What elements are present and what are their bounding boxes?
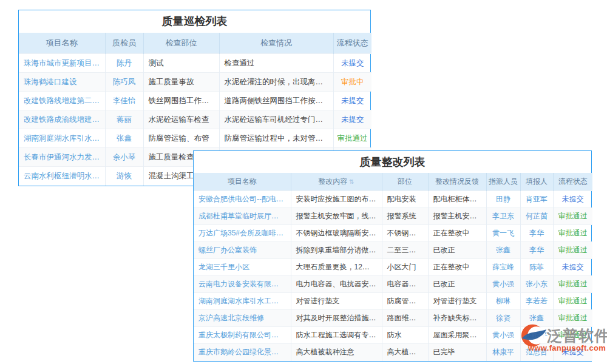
part-cell: 配电安装 <box>382 191 428 208</box>
content-cell: 电力电容器、电抗器安装方案,... <box>291 276 382 293</box>
project-link[interactable]: 云南水利枢纽潜明水库... <box>19 167 105 186</box>
reporter-link[interactable]: 何芷茵 <box>520 208 553 225</box>
inspector-link[interactable]: 余小琴 <box>105 148 143 167</box>
table-row: 螺丝厂办公室装饰 拆除到承重墙部分请做好加固... 二至三楼混... 已改正 张… <box>194 242 592 259</box>
content-cell: 报警主机安放牢固，线缆连接... <box>291 208 382 225</box>
assignee-link[interactable]: 柳琳 <box>486 293 520 310</box>
table-row: 珠海鹤港口建设 陈巧凤 施工质量事故 水泥砼灌注的时候，出现离析现象 审批中 <box>19 73 371 92</box>
content-cell: 安装时应按施工图的布置，将... <box>291 191 382 208</box>
column-header-content-label: 整改内容 <box>318 177 347 186</box>
column-header-content[interactable]: 整改内容⇅ <box>291 173 382 191</box>
situation-cell: 道路两侧铁丝网围挡工作按设计... <box>219 92 333 110</box>
project-link[interactable]: 湖南洞庭湖水库引水工程施工标 <box>194 293 291 310</box>
feedback-cell: 配电柜柜体与... <box>428 191 486 208</box>
project-link[interactable]: 重庆市鹅岭公园绿化景观提升... <box>194 344 291 361</box>
assignee-link[interactable]: 黄一飞 <box>486 225 520 242</box>
reporter-link[interactable]: 李华 <box>520 242 553 259</box>
reporter-link[interactable]: 李若若 <box>520 293 553 310</box>
project-link[interactable]: 成都杜甫草堂临时展厅独立展... <box>194 208 291 225</box>
table-row: 安徽合肥供电公司--配电设备... 安装时应按施工图的布置，将... 配电安装 … <box>194 191 592 208</box>
table-row: 湖南洞庭湖水库引水工... 张鑫 防腐管运输、布管 防腐管运输过程中，未对管进行… <box>19 129 371 148</box>
inspector-link[interactable]: 张鑫 <box>105 129 143 148</box>
watermark: 泛普软件 www.fanpusoft.com <box>521 322 607 352</box>
project-link[interactable]: 改建铁路线增建第二线... <box>19 92 105 110</box>
reporter-link[interactable]: 陈菲 <box>520 259 553 276</box>
column-header-status: 流程状态 <box>333 33 371 54</box>
column-header-part: 部位 <box>382 173 428 191</box>
feedback-cell: 正在整改中 <box>428 225 486 242</box>
project-link[interactable]: 珠海市城市更新项目紫... <box>19 54 105 73</box>
part-cell: 路面维修检... <box>382 310 428 327</box>
status-badge: 未提交 <box>553 259 592 276</box>
part-cell: 报警系统 <box>382 208 428 225</box>
watermark-url: www.fanpusoft.com <box>528 343 607 352</box>
feedback-cell: 补齐缺失标志... <box>428 310 486 327</box>
column-header-project: 项目名称 <box>194 173 291 191</box>
part-cell: 不锈钢安装... <box>382 225 428 242</box>
part-cell: 水泥砼运输车检查 <box>143 110 219 129</box>
project-link[interactable]: 重庆太极制药有限公司亳州中... <box>194 327 291 344</box>
status-badge: 未提交 <box>333 54 371 73</box>
part-cell: 二至三楼混... <box>382 242 428 259</box>
inspection-header-row: 项目名称 质检员 检查部位 检查情况 流程状态 <box>19 33 371 54</box>
feedback-cell: 已改正 <box>428 242 486 259</box>
inspector-link[interactable]: 游恢 <box>105 167 143 186</box>
content-cell: 高大植被栽种注意 <box>291 344 382 361</box>
rectification-header-row: 项目名称 整改内容⇅ 部位 整改情况反馈 指派人员 填报人 流程状态 <box>194 173 592 191</box>
column-header-project: 项目名称 <box>19 33 105 54</box>
table-row: 改建铁路线增建第二线... 李佳怡 铁丝网围挡工作检查 道路两侧铁丝网围挡工作按… <box>19 92 371 110</box>
inspector-link[interactable]: 陈巧凤 <box>105 73 143 92</box>
assignee-link[interactable]: 黄小强 <box>486 327 520 344</box>
project-link[interactable]: 改建铁路成渝线增建第... <box>19 110 105 129</box>
content-cell: 不锈钢边框玻璃隔断安装不牢... <box>291 225 382 242</box>
part-cell: 高大植被栽种 <box>382 344 428 361</box>
content-cell: 对管进行垫支 <box>291 293 382 310</box>
reporter-link[interactable]: 张小东 <box>520 276 553 293</box>
part-cell: 防水 <box>382 327 428 344</box>
project-link[interactable]: 云南电力设备安装有限公司20... <box>194 276 291 293</box>
project-link[interactable]: 湖南洞庭湖水库引水工... <box>19 129 105 148</box>
inspector-link[interactable]: 蒋丽 <box>105 110 143 129</box>
status-badge: 审批通过 <box>553 242 592 259</box>
assignee-link[interactable]: 林康平 <box>486 344 520 361</box>
assignee-link[interactable]: 张鑫 <box>486 242 520 259</box>
assignee-link[interactable]: 黄小强 <box>486 276 520 293</box>
feedback-cell: 已完毕 <box>428 344 486 361</box>
content-cell: 对其及时开展整治措施，桥头... <box>291 310 382 327</box>
situation-cell: 水泥砼运输车司机经过专门培训... <box>219 110 333 129</box>
table-row: 云南电力设备安装有限公司20... 电力电容器、电抗器安装方案,... 电容器安… <box>194 276 592 293</box>
project-link[interactable]: 长春市伊通河水力发电... <box>19 148 105 167</box>
status-badge: 审批通过 <box>553 276 592 293</box>
project-link[interactable]: 京沪高速北京段维修 <box>194 310 291 327</box>
feedback-cell: 报警主机安放... <box>428 208 486 225</box>
table-row: 龙湖三千里小区 大理石质量更换，12月31日之... 小区大门 正在整改中 薛宝… <box>194 259 592 276</box>
sort-icon[interactable]: ⇅ <box>349 178 354 185</box>
page: 质量巡检列表 项目名称 质检员 检查部位 检查情况 流程状态 珠海市城市更新项目… <box>0 0 607 364</box>
column-header-status: 流程状态 <box>553 173 592 191</box>
project-link[interactable]: 万达广场35#会所及咖啡厅空... <box>194 225 291 242</box>
inspection-table-title: 质量巡检列表 <box>19 10 370 33</box>
part-cell: 防腐管运输... <box>382 293 428 310</box>
feedback-cell: 对管进行垫支 <box>428 293 486 310</box>
part-cell: 电容器安装... <box>382 276 428 293</box>
column-header-inspector: 质检员 <box>105 33 143 54</box>
column-header-part: 检查部位 <box>143 33 219 54</box>
assignee-link[interactable]: 薛宝峰 <box>486 259 520 276</box>
table-row: 成都杜甫草堂临时展厅独立展... 报警主机安放牢固，线缆连接... 报警系统 报… <box>194 208 592 225</box>
feedback-cell: 屋面采用聚氨... <box>428 327 486 344</box>
project-link[interactable]: 螺丝厂办公室装饰 <box>194 242 291 259</box>
table-row: 万达广场35#会所及咖啡厅空... 不锈钢边框玻璃隔断安装不牢... 不锈钢安装… <box>194 225 592 242</box>
project-link[interactable]: 安徽合肥供电公司--配电设备... <box>194 191 291 208</box>
status-badge: 审批通过 <box>553 293 592 310</box>
inspector-link[interactable]: 陈丹 <box>105 54 143 73</box>
project-link[interactable]: 龙湖三千里小区 <box>194 259 291 276</box>
project-link[interactable]: 珠海鹤港口建设 <box>19 73 105 92</box>
assignee-link[interactable]: 徐贤 <box>486 310 520 327</box>
reporter-link[interactable]: 肖亚军 <box>520 191 553 208</box>
assignee-link[interactable]: 李卫东 <box>486 208 520 225</box>
reporter-link[interactable]: 李华 <box>520 225 553 242</box>
status-badge: 未提交 <box>553 191 592 208</box>
assignee-link[interactable]: 田静 <box>486 191 520 208</box>
inspector-link[interactable]: 李佳怡 <box>105 92 143 110</box>
status-badge: 未提交 <box>333 92 371 110</box>
